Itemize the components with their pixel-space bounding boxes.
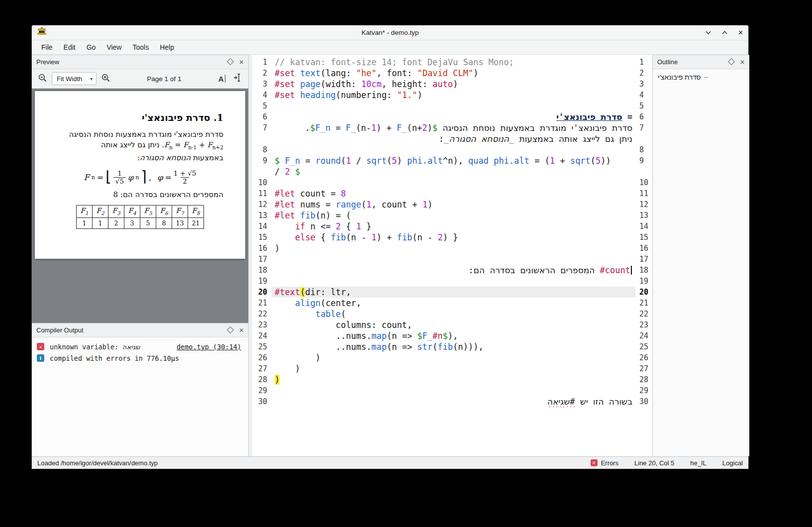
editor-row[interactable]: 11#let count = 811	[252, 188, 652, 199]
follow-editor-cursor-button[interactable]: A	[218, 75, 225, 83]
editor-row[interactable]: 15 else { fib(n - 1) + fib(n - 2) }15	[252, 232, 652, 243]
code-line[interactable]	[272, 276, 635, 287]
code-line[interactable]: table(	[272, 309, 635, 319]
maximize-button[interactable]	[721, 29, 728, 36]
code-line[interactable]: align(center,	[272, 298, 635, 309]
editor-row[interactable]: 7סדרת פיבונאצ'י מוגדרת באמצעות נוסחת הנס…	[252, 122, 652, 133]
code-line[interactable]: #let fib(n) = (	[272, 210, 635, 221]
editor-row[interactable]: 30בשורה הזו יש #שגיאה30	[252, 396, 652, 407]
code-line[interactable]: / 2 $	[272, 166, 635, 177]
error-location-link[interactable]: demo.typ (30:14)	[177, 343, 241, 351]
code-line[interactable]	[272, 385, 635, 396]
locale-indicator[interactable]: he_IL	[690, 459, 707, 467]
editor-row[interactable]: 1010	[252, 177, 652, 188]
close-panel-button[interactable]: ✕	[740, 59, 745, 65]
float-panel-button[interactable]	[729, 59, 734, 65]
titlebar[interactable]: Katvan* - demo.typ ✕	[32, 25, 748, 40]
code-line[interactable]: )	[272, 374, 635, 385]
code-line[interactable]: סדרת פיבונאצ'י מוגדרת באמצעות נוסחת הנסי…	[272, 122, 635, 133]
editor-row[interactable]: 55	[252, 101, 652, 111]
editor-row[interactable]: 27 )27	[252, 363, 652, 374]
editor-row[interactable]: 1// katvan: font-size 14; font DejaVu Sa…	[252, 57, 652, 68]
menu-item-view[interactable]: View	[101, 41, 127, 53]
code-line[interactable]: #text(dir: ltr,	[272, 287, 635, 298]
zoom-out-button[interactable]	[38, 73, 47, 85]
minimize-button[interactable]	[705, 29, 711, 36]
menu-item-edit[interactable]: Edit	[58, 41, 81, 53]
close-panel-button[interactable]: ✕	[239, 59, 244, 65]
close-button[interactable]: ✕	[738, 29, 743, 36]
editor-row[interactable]: 2929	[252, 385, 652, 396]
float-panel-button[interactable]	[228, 327, 233, 333]
outline-panel-title: Outline	[657, 58, 723, 66]
code-line[interactable]: ..nums.map(n => $F_#n$),	[272, 330, 635, 341]
editor-row[interactable]: 9$ F_n = round(1 / sqrt(5) phi.alt^n), q…	[252, 155, 652, 166]
preview-viewport[interactable]: 1. סדרת פיבונאצ'י סדרת פיבונאצ'י מוגדרת …	[32, 89, 248, 323]
code-line[interactable]: #set heading(numbering: "1.")	[272, 90, 635, 101]
editor-row[interactable]: 1919	[252, 276, 652, 287]
code-line[interactable]: = סדרת פיבונאצ'י	[272, 111, 635, 122]
tree-branch-icon	[704, 77, 709, 78]
bidi-mode-indicator[interactable]: Logical	[722, 459, 743, 467]
editor-row[interactable]: 13#let fib(n) = (13	[252, 210, 652, 221]
editor-row[interactable]: 2#set text(lang: "he", font: "David CLM"…	[252, 68, 652, 79]
editor-row[interactable]: 23 columns: count,23	[252, 319, 652, 330]
editor-row[interactable]: 24 ..nums.map(n => $F_#n$),24	[252, 330, 652, 341]
editor-row[interactable]: 88	[252, 144, 652, 155]
code-line[interactable]	[272, 177, 635, 188]
code-line[interactable]: if n <= 2 { 1 }	[272, 221, 635, 232]
code-line[interactable]	[272, 144, 635, 155]
menu-item-go[interactable]: Go	[81, 41, 102, 53]
code-line[interactable]: )	[272, 363, 635, 374]
editor-row[interactable]: 1717	[252, 254, 652, 265]
editor-row[interactable]: / 2 $	[252, 166, 652, 177]
editor-row[interactable]: 20#text(dir: ltr,20	[252, 287, 652, 298]
editor-row[interactable]: 26 )26	[252, 352, 652, 363]
outline-item[interactable]: סדרת פיבונאצ'י	[658, 74, 744, 81]
cursor-position[interactable]: Line 20, Col 5	[634, 459, 674, 467]
editor-row[interactable]: 21 align(center,21	[252, 298, 652, 309]
errors-indicator[interactable]: ✕ Errors	[591, 459, 618, 467]
editor-row[interactable]: 22 table(22	[252, 309, 652, 319]
editor-row[interactable]: 6= סדרת פיבונאצ'י6	[252, 111, 652, 122]
code-line[interactable]: // katvan: font-size 14; font DejaVu San…	[272, 57, 635, 68]
line-number-right: 6	[635, 111, 652, 122]
code-line[interactable]: )	[272, 352, 635, 363]
zoom-mode-select[interactable]: Fit Width ▾	[52, 72, 97, 85]
editor-row[interactable]: 12#let nums = range(1, count + 1)12	[252, 199, 652, 210]
code-line[interactable]: #set text(lang: "he", font: "David CLM")	[272, 68, 635, 79]
zoom-in-button[interactable]	[101, 73, 110, 85]
editor-row[interactable]: 16)16	[252, 243, 652, 254]
code-line[interactable]: בשורה הזו יש #שגיאה	[272, 396, 635, 407]
editor-row[interactable]: 3#set page(width: 10cm, height: auto)3	[252, 79, 652, 90]
code-line[interactable]: #let nums = range(1, count + 1)	[272, 199, 635, 210]
line-number-right: 16	[635, 243, 652, 254]
code-line[interactable]	[272, 254, 635, 265]
editor-row[interactable]: 25 ..nums.map(n => str(fib(n))),25	[252, 341, 652, 352]
editor-row[interactable]: 28)28	[252, 374, 652, 385]
editor-row[interactable]: 14 if n <= 2 { 1 }14	[252, 221, 652, 232]
code-line[interactable]: #count המספרים הראשונים בסדרה הם:	[272, 265, 635, 276]
code-line[interactable]: columns: count,	[272, 319, 635, 330]
code-line[interactable]: #set page(width: 10cm, height: auto)	[272, 79, 635, 90]
jump-to-cursor-button[interactable]	[233, 73, 242, 84]
code-line[interactable]	[272, 101, 635, 111]
code-line[interactable]: )	[272, 243, 635, 254]
code-line[interactable]: #let count = 8	[272, 188, 635, 199]
editor-row[interactable]: ניתן גם לייצג אותה באמצעות _הנוסחא הסגור…	[252, 133, 652, 144]
vertical-splitter[interactable]	[249, 55, 252, 456]
menu-item-file[interactable]: File	[36, 41, 58, 53]
editor-row[interactable]: 18#count המספרים הראשונים בסדרה הם:18	[252, 265, 652, 276]
editor-row[interactable]: 4#set heading(numbering: "1.")4	[252, 90, 652, 101]
line-number-left: 13	[252, 210, 272, 221]
table-cell: 5	[140, 217, 156, 228]
float-panel-button[interactable]	[228, 59, 233, 65]
editor-code[interactable]: 1// katvan: font-size 14; font DejaVu Sa…	[252, 55, 652, 456]
menu-item-help[interactable]: Help	[154, 41, 180, 53]
code-line[interactable]: ..nums.map(n => str(fib(n))),	[272, 341, 635, 352]
menu-item-tools[interactable]: Tools	[127, 41, 154, 53]
code-line[interactable]: ניתן גם לייצג אותה באמצעות _הנוסחא הסגור…	[272, 133, 635, 144]
code-line[interactable]: $ F_n = round(1 / sqrt(5) phi.alt^n), qu…	[272, 155, 635, 166]
close-panel-button[interactable]: ✕	[239, 327, 244, 333]
code-line[interactable]: else { fib(n - 1) + fib(n - 2) }	[272, 232, 635, 243]
